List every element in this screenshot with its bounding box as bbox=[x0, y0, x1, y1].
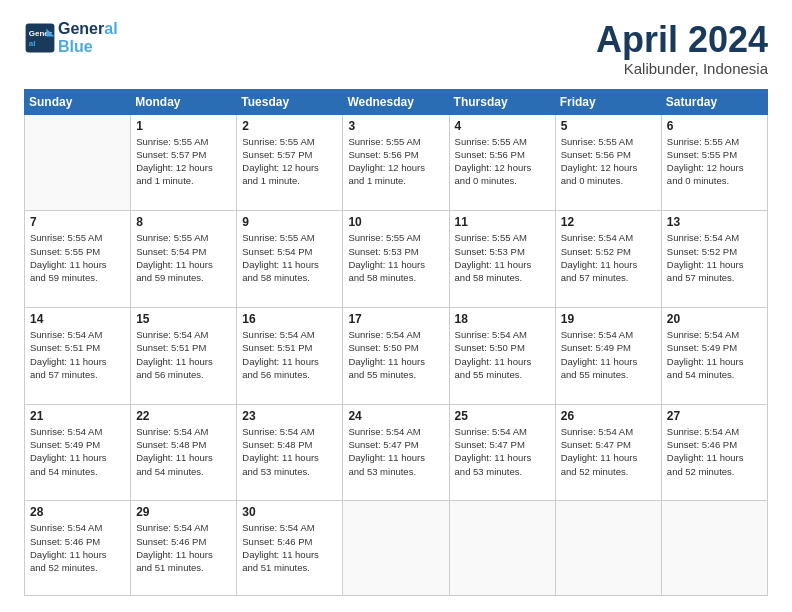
weekday-header: Thursday bbox=[449, 89, 555, 114]
calendar-week-row: 1Sunrise: 5:55 AM Sunset: 5:57 PM Daylig… bbox=[25, 114, 768, 211]
day-info: Sunrise: 5:54 AM Sunset: 5:51 PM Dayligh… bbox=[242, 328, 337, 381]
day-info: Sunrise: 5:54 AM Sunset: 5:47 PM Dayligh… bbox=[348, 425, 443, 478]
day-number: 28 bbox=[30, 505, 125, 519]
calendar-cell: 2Sunrise: 5:55 AM Sunset: 5:57 PM Daylig… bbox=[237, 114, 343, 211]
day-number: 21 bbox=[30, 409, 125, 423]
calendar-cell: 18Sunrise: 5:54 AM Sunset: 5:50 PM Dayli… bbox=[449, 308, 555, 405]
day-number: 6 bbox=[667, 119, 762, 133]
calendar-cell: 30Sunrise: 5:54 AM Sunset: 5:46 PM Dayli… bbox=[237, 501, 343, 596]
calendar-header: SundayMondayTuesdayWednesdayThursdayFrid… bbox=[25, 89, 768, 114]
day-number: 8 bbox=[136, 215, 231, 229]
day-number: 14 bbox=[30, 312, 125, 326]
logo-line2: Blue bbox=[58, 38, 118, 56]
day-info: Sunrise: 5:54 AM Sunset: 5:52 PM Dayligh… bbox=[561, 231, 656, 284]
calendar-cell bbox=[555, 501, 661, 596]
day-info: Sunrise: 5:54 AM Sunset: 5:48 PM Dayligh… bbox=[136, 425, 231, 478]
calendar-cell: 24Sunrise: 5:54 AM Sunset: 5:47 PM Dayli… bbox=[343, 404, 449, 501]
day-number: 23 bbox=[242, 409, 337, 423]
day-number: 22 bbox=[136, 409, 231, 423]
day-number: 25 bbox=[455, 409, 550, 423]
day-info: Sunrise: 5:55 AM Sunset: 5:55 PM Dayligh… bbox=[30, 231, 125, 284]
calendar-cell: 12Sunrise: 5:54 AM Sunset: 5:52 PM Dayli… bbox=[555, 211, 661, 308]
calendar-cell: 29Sunrise: 5:54 AM Sunset: 5:46 PM Dayli… bbox=[131, 501, 237, 596]
day-number: 1 bbox=[136, 119, 231, 133]
weekday-header: Monday bbox=[131, 89, 237, 114]
logo-line1: General bbox=[58, 20, 118, 38]
day-info: Sunrise: 5:54 AM Sunset: 5:47 PM Dayligh… bbox=[561, 425, 656, 478]
day-info: Sunrise: 5:54 AM Sunset: 5:50 PM Dayligh… bbox=[348, 328, 443, 381]
calendar-cell: 27Sunrise: 5:54 AM Sunset: 5:46 PM Dayli… bbox=[661, 404, 767, 501]
day-info: Sunrise: 5:55 AM Sunset: 5:54 PM Dayligh… bbox=[242, 231, 337, 284]
calendar-cell: 13Sunrise: 5:54 AM Sunset: 5:52 PM Dayli… bbox=[661, 211, 767, 308]
calendar-cell: 7Sunrise: 5:55 AM Sunset: 5:55 PM Daylig… bbox=[25, 211, 131, 308]
day-info: Sunrise: 5:55 AM Sunset: 5:56 PM Dayligh… bbox=[455, 135, 550, 188]
calendar-cell: 11Sunrise: 5:55 AM Sunset: 5:53 PM Dayli… bbox=[449, 211, 555, 308]
day-number: 27 bbox=[667, 409, 762, 423]
weekday-header: Saturday bbox=[661, 89, 767, 114]
calendar-cell: 5Sunrise: 5:55 AM Sunset: 5:56 PM Daylig… bbox=[555, 114, 661, 211]
calendar-cell: 23Sunrise: 5:54 AM Sunset: 5:48 PM Dayli… bbox=[237, 404, 343, 501]
day-info: Sunrise: 5:54 AM Sunset: 5:48 PM Dayligh… bbox=[242, 425, 337, 478]
calendar-cell: 4Sunrise: 5:55 AM Sunset: 5:56 PM Daylig… bbox=[449, 114, 555, 211]
day-info: Sunrise: 5:55 AM Sunset: 5:54 PM Dayligh… bbox=[136, 231, 231, 284]
calendar-cell: 14Sunrise: 5:54 AM Sunset: 5:51 PM Dayli… bbox=[25, 308, 131, 405]
day-number: 26 bbox=[561, 409, 656, 423]
day-number: 3 bbox=[348, 119, 443, 133]
calendar-cell: 8Sunrise: 5:55 AM Sunset: 5:54 PM Daylig… bbox=[131, 211, 237, 308]
day-info: Sunrise: 5:54 AM Sunset: 5:51 PM Dayligh… bbox=[30, 328, 125, 381]
day-number: 13 bbox=[667, 215, 762, 229]
day-number: 15 bbox=[136, 312, 231, 326]
day-number: 18 bbox=[455, 312, 550, 326]
day-info: Sunrise: 5:54 AM Sunset: 5:49 PM Dayligh… bbox=[667, 328, 762, 381]
calendar-cell bbox=[343, 501, 449, 596]
calendar-body: 1Sunrise: 5:55 AM Sunset: 5:57 PM Daylig… bbox=[25, 114, 768, 595]
day-number: 17 bbox=[348, 312, 443, 326]
weekday-header: Sunday bbox=[25, 89, 131, 114]
page: Gener al General Blue April 2024 Kalibun… bbox=[0, 0, 792, 612]
day-info: Sunrise: 5:54 AM Sunset: 5:50 PM Dayligh… bbox=[455, 328, 550, 381]
day-info: Sunrise: 5:55 AM Sunset: 5:57 PM Dayligh… bbox=[136, 135, 231, 188]
calendar-cell: 28Sunrise: 5:54 AM Sunset: 5:46 PM Dayli… bbox=[25, 501, 131, 596]
calendar-cell bbox=[25, 114, 131, 211]
subtitle: Kalibunder, Indonesia bbox=[596, 60, 768, 77]
calendar-cell: 3Sunrise: 5:55 AM Sunset: 5:56 PM Daylig… bbox=[343, 114, 449, 211]
day-number: 16 bbox=[242, 312, 337, 326]
day-info: Sunrise: 5:55 AM Sunset: 5:53 PM Dayligh… bbox=[348, 231, 443, 284]
day-number: 24 bbox=[348, 409, 443, 423]
day-number: 11 bbox=[455, 215, 550, 229]
day-number: 20 bbox=[667, 312, 762, 326]
calendar-cell: 25Sunrise: 5:54 AM Sunset: 5:47 PM Dayli… bbox=[449, 404, 555, 501]
day-number: 30 bbox=[242, 505, 337, 519]
weekday-header: Wednesday bbox=[343, 89, 449, 114]
day-info: Sunrise: 5:54 AM Sunset: 5:46 PM Dayligh… bbox=[667, 425, 762, 478]
day-info: Sunrise: 5:54 AM Sunset: 5:47 PM Dayligh… bbox=[455, 425, 550, 478]
calendar-cell: 10Sunrise: 5:55 AM Sunset: 5:53 PM Dayli… bbox=[343, 211, 449, 308]
calendar-cell: 22Sunrise: 5:54 AM Sunset: 5:48 PM Dayli… bbox=[131, 404, 237, 501]
calendar-cell: 9Sunrise: 5:55 AM Sunset: 5:54 PM Daylig… bbox=[237, 211, 343, 308]
day-info: Sunrise: 5:55 AM Sunset: 5:56 PM Dayligh… bbox=[561, 135, 656, 188]
calendar-week-row: 14Sunrise: 5:54 AM Sunset: 5:51 PM Dayli… bbox=[25, 308, 768, 405]
calendar-cell: 17Sunrise: 5:54 AM Sunset: 5:50 PM Dayli… bbox=[343, 308, 449, 405]
calendar-cell bbox=[661, 501, 767, 596]
calendar-week-row: 21Sunrise: 5:54 AM Sunset: 5:49 PM Dayli… bbox=[25, 404, 768, 501]
calendar-cell: 16Sunrise: 5:54 AM Sunset: 5:51 PM Dayli… bbox=[237, 308, 343, 405]
calendar-cell: 26Sunrise: 5:54 AM Sunset: 5:47 PM Dayli… bbox=[555, 404, 661, 501]
svg-text:al: al bbox=[29, 39, 36, 48]
month-title: April 2024 bbox=[596, 20, 768, 60]
day-number: 4 bbox=[455, 119, 550, 133]
calendar-cell bbox=[449, 501, 555, 596]
calendar-cell: 19Sunrise: 5:54 AM Sunset: 5:49 PM Dayli… bbox=[555, 308, 661, 405]
calendar-cell: 21Sunrise: 5:54 AM Sunset: 5:49 PM Dayli… bbox=[25, 404, 131, 501]
day-info: Sunrise: 5:55 AM Sunset: 5:53 PM Dayligh… bbox=[455, 231, 550, 284]
day-number: 29 bbox=[136, 505, 231, 519]
day-number: 5 bbox=[561, 119, 656, 133]
day-number: 19 bbox=[561, 312, 656, 326]
calendar-cell: 1Sunrise: 5:55 AM Sunset: 5:57 PM Daylig… bbox=[131, 114, 237, 211]
title-block: April 2024 Kalibunder, Indonesia bbox=[596, 20, 768, 77]
calendar-week-row: 7Sunrise: 5:55 AM Sunset: 5:55 PM Daylig… bbox=[25, 211, 768, 308]
day-number: 9 bbox=[242, 215, 337, 229]
calendar-cell: 20Sunrise: 5:54 AM Sunset: 5:49 PM Dayli… bbox=[661, 308, 767, 405]
day-number: 7 bbox=[30, 215, 125, 229]
day-info: Sunrise: 5:54 AM Sunset: 5:46 PM Dayligh… bbox=[242, 521, 337, 574]
day-info: Sunrise: 5:55 AM Sunset: 5:55 PM Dayligh… bbox=[667, 135, 762, 188]
